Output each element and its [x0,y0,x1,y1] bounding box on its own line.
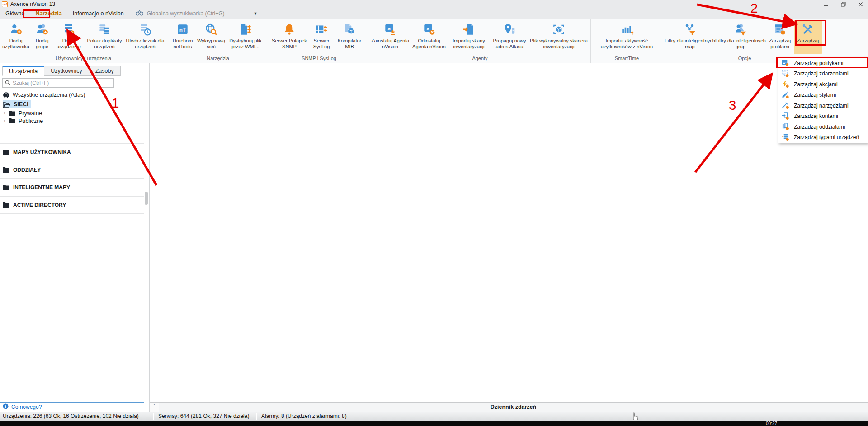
global-search-label: Globalna wyszukiwarka (Ctrl+G) [147,10,225,17]
close-button[interactable] [855,1,865,8]
add-user-button[interactable]: Dodaj użytkownika [1,20,30,54]
chevron-up-icon: ⌃ [153,407,156,409]
tab-uzytkownicy[interactable]: Użytkownicy [44,66,89,76]
whats-new-link[interactable]: Co nowego? [11,404,42,410]
ribbon-group-caption: Narzędzia [167,55,269,63]
event-log-bar[interactable]: Dziennik zdarzeń [159,402,868,412]
ribbon: Dodaj użytkownika Dodaj grupę Dodaj urzą… [0,19,868,63]
tree-item-all-devices[interactable]: Wszystkie urządzenia (Atlas) [0,90,144,99]
add-group-button[interactable]: Dodaj grupę [30,20,54,54]
tab-glowne[interactable]: Główne [0,9,30,19]
tab-informacje[interactable]: Informacje o nVision [67,9,129,19]
collapse-panel-button[interactable]: ⌃ ⌃ [150,402,159,412]
main-body: Urządzenia Użytkownicy Zasoby Wszystkie … [0,63,868,412]
chevron-down-icon[interactable]: ▼ [254,11,258,16]
menu-item-manage-departments[interactable]: Zarządzaj oddziałami [778,122,868,132]
sidebar-search[interactable] [2,78,114,88]
folder-icon [3,185,9,190]
title-bar: nV Axence nVision 13 [0,0,868,8]
add-device-icon [62,23,75,36]
restore-button[interactable] [838,1,848,8]
svg-text:nT: nT [179,27,186,33]
smart-map-filters-button[interactable]: Filtry dla inteligentnych map [665,20,715,54]
tab-narzedzia[interactable]: Narzędzia [30,9,67,19]
menu-item-manage-policies[interactable]: Zarządzaj politykami [778,58,868,69]
run-nettools-button[interactable]: nT Uruchom netTools [169,20,197,54]
map-filter-icon [683,23,697,36]
status-divider [153,413,153,420]
propagate-atlas-button[interactable]: Propaguj nowy adres Atlasu [489,20,530,54]
status-divider [256,413,256,420]
menu-item-manage-events[interactable]: Zarządzaj zdarzeniami [778,69,868,80]
folder-icon [3,150,9,155]
syslog-server-button[interactable]: Serwer SysLog [308,20,335,54]
scanner-executable-button[interactable]: Plik wykonywalny skanera inwentaryzacji [530,20,588,54]
expand-chevron-icon[interactable]: › [4,118,8,123]
section-mapy-uzytkownika[interactable]: MAPY UŻYTKOWNIKA [0,143,144,161]
menu-item-manage-device-types[interactable]: Zarządzaj typami urządzeń [778,132,868,143]
menu-item-manage-accounts[interactable]: Zarządzaj kontami [778,111,868,122]
expand-chevron-icon[interactable]: › [4,111,8,116]
section-oddzialy[interactable]: ODDZIAŁY [0,161,144,178]
status-devices: Urządzenia: 226 (63 Ok, 16 Ostrzeżenie, … [3,413,139,419]
ribbon-group-snmp: Serwer Pułapek SNMP Serwer SysLog Kompil… [269,19,369,63]
tab-zasoby[interactable]: Zasoby [89,66,121,76]
sidebar: Urządzenia Użytkownicy Zasoby Wszystkie … [0,63,144,402]
ribbon-group-caption: Użytkownicy i urządzenia [0,55,167,63]
global-search[interactable]: Globalna wyszukiwarka (Ctrl+G) ▼ [136,9,258,18]
add-device-button[interactable]: Dodaj urządzenie [54,20,84,54]
ribbon-group-caption: SNMP i SysLog [269,55,369,63]
sidebar-scrollbar[interactable] [145,192,148,205]
manage-button[interactable]: Zarządzaj [794,20,822,54]
binoculars-icon [136,9,143,18]
folder-icon [3,202,9,208]
manage-events-icon [782,70,789,78]
status-bar: Urządzenia: 226 (63 Ok, 16 Ostrzeżenie, … [0,412,868,421]
svg-text:a: a [427,25,430,31]
detect-network-button[interactable]: Wykryj nową sieć [197,20,226,54]
tree-item-prywatne[interactable]: › Prywatne [0,109,144,117]
show-duplicates-button[interactable]: Pokaż duplikaty urządzeń [84,20,125,54]
distribute-wmi-button[interactable]: Dystrybuuj plik przez WMI... [226,20,265,54]
ribbon-group-options: Filtry dla inteligentnych map Filtry dla… [663,19,826,63]
smart-group-filters-button[interactable]: Filtry dla inteligentnych grup [715,20,766,54]
app-logo-icon: nV [2,1,8,7]
tools-icon [801,23,815,36]
ribbon-tab-bar: Główne Narzędzia Informacje o nVision Gl… [0,8,868,19]
uninstall-agent-icon: a [422,23,436,36]
manage-policies-icon [782,59,789,67]
import-scans-button[interactable]: Importuj skany inwentaryzacji [448,20,489,54]
nettools-icon: nT [176,23,189,36]
folder-icon [9,118,15,123]
manage-device-types-icon [782,134,789,141]
create-counter-button[interactable]: Utwórz licznik dla urządzeń [125,20,165,54]
ribbon-group-caption: SmartTime [591,55,663,63]
minimize-button[interactable] [821,1,831,8]
add-group-icon [35,23,49,36]
map-pin-icon [503,23,516,36]
menu-item-manage-actions[interactable]: Zarządzaj akcjami [778,79,868,90]
ribbon-group-smarttime: Importuj aktywność użytkowników z nVisio… [591,19,663,63]
mib-cube-icon [343,23,356,36]
mib-compiler-button[interactable]: Kompilator MIB [335,20,364,54]
tree-item-sieci[interactable]: SIECI [0,99,144,109]
menu-item-manage-tools[interactable]: Zarządzaj narzędziami [778,100,868,111]
snmp-trap-server-button[interactable]: Serwer Pułapek SNMP [270,20,308,54]
menu-item-manage-styles[interactable]: Zarządzaj stylami [778,90,868,101]
manage-tools-icon [782,102,789,109]
tree-item-publiczne[interactable]: › Publiczne [0,117,144,125]
activity-chart-icon [620,23,634,36]
uninstall-agent-button[interactable]: a Odinstaluj Agenta nVision [410,20,448,54]
manage-profiles-button[interactable]: Zarządzaj profilami [766,20,794,54]
install-agent-button[interactable]: a Zainstaluj Agenta nVision [371,20,410,54]
tab-urzadzenia[interactable]: Urządzenia [2,66,44,76]
folder-icon [9,111,15,116]
window-title: Axence nVision 13 [10,1,55,7]
section-inteligentne-mapy[interactable]: INTELIGENTNE MAPY [0,178,144,196]
search-input[interactable] [13,80,113,86]
ribbon-group-users-devices: Dodaj użytkownika Dodaj grupę Dodaj urzą… [0,19,167,63]
taskbar-clock: 00:27 [766,421,777,426]
import-activity-button[interactable]: Importuj aktywność użytkowników z nVisio… [593,20,661,54]
manage-departments-icon [782,123,789,131]
section-active-directory[interactable]: ACTIVE DIRECTORY [0,196,144,214]
